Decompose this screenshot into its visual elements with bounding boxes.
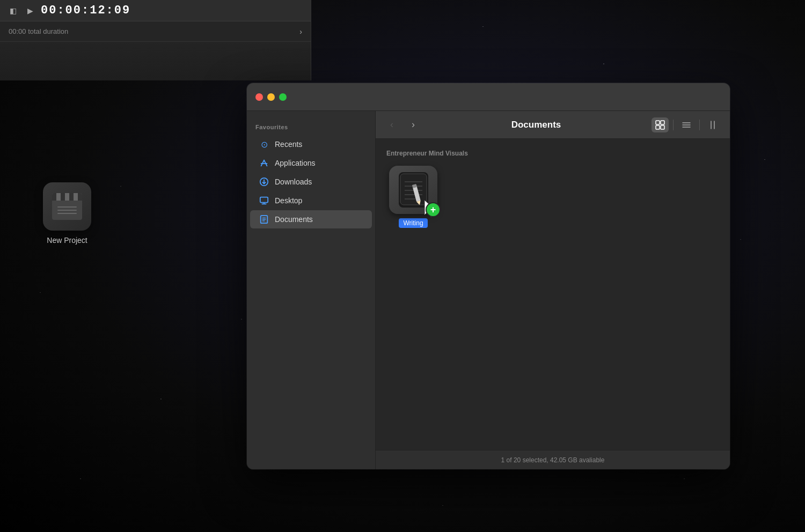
clap-lines <box>57 206 77 214</box>
sidebar-item-downloads[interactable]: Downloads <box>250 173 372 191</box>
view-divider-1 <box>673 120 674 130</box>
finder-main: ‹ › Documents <box>376 111 730 469</box>
file-label: Writing <box>399 218 427 228</box>
toolbar-left: ◧ ▶ 00:00:12:09 <box>6 4 130 17</box>
file-icon-wrapper: + <box>389 166 437 214</box>
video-toolbar: ◧ ▶ 00:00:12:09 <box>0 0 311 21</box>
sidebar-item-desktop[interactable]: Desktop <box>250 191 372 210</box>
play-button[interactable]: ▶ <box>24 4 36 17</box>
new-project-container[interactable]: New Project <box>43 182 91 245</box>
sidebar-label-applications: Applications <box>275 159 316 167</box>
sidebar-item-applications[interactable]: Applications <box>250 154 372 172</box>
status-text: 1 of 20 selected, 42.05 GB avaliable <box>501 456 605 464</box>
duration-arrow: › <box>299 27 302 36</box>
column-view-button[interactable] <box>704 117 721 132</box>
timecode-display: 00:00:12:09 <box>41 4 130 17</box>
finder-window-title: Documents <box>427 120 645 130</box>
video-editor-panel: ◧ ▶ 00:00:12:09 00:00 total duration › <box>0 0 311 80</box>
finder-titlebar <box>247 83 730 111</box>
finder-body: Favourites ⊙ Recents Applications <box>247 111 730 469</box>
finder-content-toolbar: ‹ › Documents <box>376 111 730 139</box>
svg-rect-14 <box>656 125 660 129</box>
column-view-icon <box>708 120 718 130</box>
close-button[interactable] <box>255 93 263 101</box>
clap-top <box>52 193 82 201</box>
grid-view-icon <box>655 120 665 130</box>
grid-view-button[interactable] <box>652 117 669 132</box>
file-item-writing[interactable]: + Writing <box>386 166 440 228</box>
new-project-icon <box>43 182 91 231</box>
new-project-label: New Project <box>47 236 87 245</box>
finder-window: Favourites ⊙ Recents Applications <box>247 83 730 469</box>
applications-icon <box>259 158 269 168</box>
sidebar-label-recents: Recents <box>275 140 302 149</box>
duration-text: 00:00 total duration <box>9 27 68 35</box>
clapperboard-icon <box>52 193 82 220</box>
desktop-icon <box>259 195 269 206</box>
sidebar-label-desktop: Desktop <box>275 196 302 205</box>
finder-content-area: Entrepreneur Mind Visuals <box>376 139 730 450</box>
svg-rect-12 <box>656 121 660 124</box>
svg-rect-15 <box>661 125 664 129</box>
documents-icon <box>259 214 269 225</box>
finder-sidebar: Favourites ⊙ Recents Applications <box>247 111 376 469</box>
sidebar-label-downloads: Downloads <box>275 178 312 186</box>
add-badge: + <box>426 202 441 217</box>
finder-statusbar: 1 of 20 selected, 42.05 GB avaliable <box>376 450 730 469</box>
view-buttons <box>652 117 721 132</box>
downloads-icon <box>259 176 269 187</box>
clap-body <box>52 201 82 220</box>
sidebar-section-header: Favourites <box>247 122 375 135</box>
sidebar-item-documents[interactable]: Documents <box>250 210 372 228</box>
list-view-icon <box>682 120 691 130</box>
svg-rect-5 <box>260 197 268 203</box>
traffic-lights <box>255 93 287 101</box>
sidebar-label-documents: Documents <box>275 215 313 224</box>
toolbar-icon: ◧ <box>6 4 19 17</box>
maximize-button[interactable] <box>279 93 287 101</box>
list-view-button[interactable] <box>678 117 695 132</box>
forward-button[interactable]: › <box>406 117 421 132</box>
sidebar-item-recents[interactable]: ⊙ Recents <box>250 135 372 153</box>
svg-rect-13 <box>661 121 664 124</box>
content-section-label: Entrepreneur Mind Visuals <box>386 150 719 157</box>
back-button[interactable]: ‹ <box>384 117 399 132</box>
duration-bar: 00:00 total duration › <box>0 21 311 42</box>
minimize-button[interactable] <box>267 93 275 101</box>
recents-icon: ⊙ <box>259 139 269 150</box>
view-divider-2 <box>699 120 700 130</box>
